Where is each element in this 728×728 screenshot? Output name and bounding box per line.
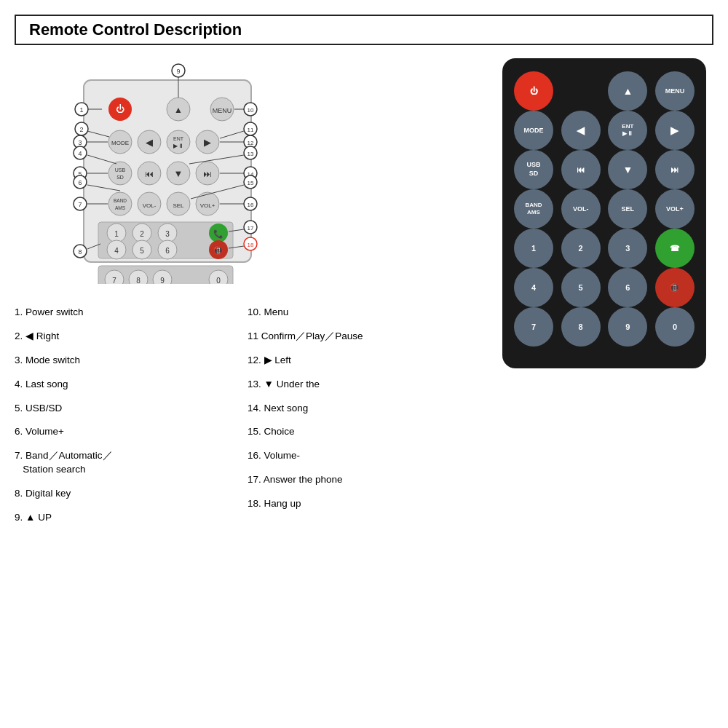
num5-button[interactable]: 5: [561, 268, 601, 307]
svg-text:▶: ▶: [204, 137, 211, 148]
desc-item-10: 10. Menu: [248, 306, 480, 320]
ent-button[interactable]: ENT▶⏸: [608, 111, 647, 150]
num4-button[interactable]: 4: [514, 268, 553, 307]
menu-button[interactable]: MENU: [655, 71, 695, 111]
diagram-area: ⏻ ▲ MENU MODE ◀ ENT ▶⏸ ▶: [15, 58, 328, 284]
band-button[interactable]: BANDAMS: [514, 189, 553, 229]
svg-text:▼: ▼: [174, 168, 183, 179]
svg-point-11: [167, 130, 190, 154]
desc-num-12: 12.: [248, 355, 261, 365]
svg-text:1: 1: [114, 230, 119, 238]
svg-text:⏭: ⏭: [203, 169, 212, 179]
desc-num-10: 10.: [248, 306, 261, 317]
desc-num-18: 18.: [248, 498, 261, 509]
svg-text:📵: 📵: [213, 245, 223, 256]
desc-num-3: 3.: [15, 355, 23, 365]
answer-phone-button[interactable]: ☎: [655, 229, 695, 268]
num9-button[interactable]: 9: [608, 307, 647, 347]
svg-text:11: 11: [248, 127, 254, 133]
num6-button[interactable]: 6: [608, 268, 647, 307]
svg-text:17: 17: [248, 225, 254, 232]
remote-row-2: MODE ◀ ENT▶⏸ ▶: [514, 111, 695, 150]
left-arrow-button[interactable]: ◀: [561, 111, 601, 150]
num0-button[interactable]: 0: [655, 307, 695, 347]
desc-item-13: 13. ▼ Under the: [248, 378, 480, 392]
svg-text:13: 13: [248, 151, 254, 157]
svg-text:3: 3: [165, 230, 170, 238]
desc-num-9: 9.: [15, 512, 23, 523]
mode-button[interactable]: MODE: [514, 111, 553, 150]
svg-text:8: 8: [78, 248, 82, 256]
num2-button[interactable]: 2: [561, 229, 601, 268]
svg-text:4: 4: [114, 247, 119, 255]
remote-body: ⏻ ▲ MENU MODE ◀ ENT▶⏸ ▶ USBSD ⏮ ▼ ⏭: [502, 58, 706, 368]
desc-num-6: 6.: [15, 426, 23, 437]
svg-text:8: 8: [136, 277, 141, 284]
remote-row-5: 1 2 3 ☎: [514, 229, 695, 268]
desc-num-17: 17.: [248, 474, 261, 485]
num3-button[interactable]: 3: [608, 229, 647, 268]
remote-row-3: USBSD ⏮ ▼ ⏭: [514, 150, 695, 189]
right-panel: ⏻ ▲ MENU MODE ◀ ENT▶⏸ ▶ USBSD ⏮ ▼ ⏭: [502, 58, 713, 535]
svg-text:6: 6: [78, 179, 82, 186]
desc-item-1: 1. Power switch: [15, 306, 248, 320]
remote-row-7: 7 8 9 0: [514, 307, 695, 347]
svg-text:10: 10: [248, 107, 254, 114]
right-arrow-button[interactable]: ▶: [655, 111, 695, 150]
power-button[interactable]: ⏻: [514, 71, 553, 111]
desc-item-9: 9. ▲ UP: [15, 511, 248, 525]
svg-text:MODE: MODE: [111, 140, 129, 146]
svg-text:AMS: AMS: [115, 205, 126, 210]
desc-left-col: 1. Power switch 2. ◀ Right 3. Mode switc…: [15, 306, 248, 535]
next-button[interactable]: ⏭: [655, 150, 695, 189]
svg-text:▶⏸: ▶⏸: [173, 143, 183, 149]
desc-item-17: 17. Answer the phone: [248, 473, 480, 487]
diagram-svg: ⏻ ▲ MENU MODE ◀ ENT ▶⏸ ▶: [15, 58, 328, 284]
svg-text:1: 1: [79, 106, 83, 114]
num8-button[interactable]: 8: [561, 307, 601, 347]
svg-text:15: 15: [248, 180, 254, 186]
svg-text:⏮: ⏮: [145, 169, 154, 179]
vol-minus-button[interactable]: VOL-: [561, 189, 601, 229]
svg-text:4: 4: [78, 150, 82, 157]
desc-item-3: 3. Mode switch: [15, 354, 248, 368]
svg-text:6: 6: [165, 247, 170, 255]
svg-text:16: 16: [248, 202, 254, 208]
main-content: ⏻ ▲ MENU MODE ◀ ENT ▶⏸ ▶: [15, 58, 713, 535]
remote-row-4: BANDAMS VOL- SEL VOL+: [514, 189, 695, 229]
desc-num-8: 8.: [15, 488, 23, 499]
svg-point-16: [108, 162, 132, 185]
num7-button[interactable]: 7: [514, 307, 553, 347]
svg-text:SEL: SEL: [173, 202, 184, 209]
up-button[interactable]: ▲: [608, 71, 647, 111]
svg-text:5: 5: [140, 247, 144, 255]
hangup-phone-button[interactable]: 📵: [655, 268, 695, 307]
vol-plus-button[interactable]: VOL+: [655, 189, 695, 229]
remote-row-6: 4 5 6 📵: [514, 268, 695, 307]
desc-num-11: 11: [248, 331, 258, 341]
desc-item-6: 6. Volume+: [15, 425, 248, 439]
desc-item-15: 15. Choice: [248, 425, 480, 439]
num1-button[interactable]: 1: [514, 229, 553, 268]
remote-row-1: ⏻ ▲ MENU: [514, 71, 695, 111]
usb-sd-button[interactable]: USBSD: [514, 150, 553, 189]
sel-button[interactable]: SEL: [608, 189, 647, 229]
svg-text:USB: USB: [115, 167, 126, 173]
desc-right-col: 10. Menu 11 Confirm／Play／Pause 12. ▶ Lef…: [248, 306, 480, 535]
svg-text:9: 9: [160, 277, 165, 284]
desc-item-12: 12. ▶ Left: [248, 354, 480, 368]
desc-item-14: 14. Next song: [248, 402, 480, 416]
svg-text:3: 3: [78, 139, 82, 146]
left-panel: ⏻ ▲ MENU MODE ◀ ENT ▶⏸ ▶: [15, 58, 480, 535]
prev-button[interactable]: ⏮: [561, 150, 601, 189]
down-arrow-button[interactable]: ▼: [608, 150, 647, 189]
svg-text:MENU: MENU: [213, 107, 232, 114]
svg-text:VOL+: VOL+: [200, 202, 215, 209]
svg-text:7: 7: [78, 201, 82, 208]
desc-item-8: 8. Digital key: [15, 487, 248, 501]
desc-num-2: 2.: [15, 331, 23, 341]
desc-num-13: 13.: [248, 379, 261, 389]
svg-text:⏻: ⏻: [116, 104, 124, 114]
svg-text:ENT: ENT: [173, 136, 184, 141]
desc-item-16: 16. Volume-: [248, 449, 480, 463]
